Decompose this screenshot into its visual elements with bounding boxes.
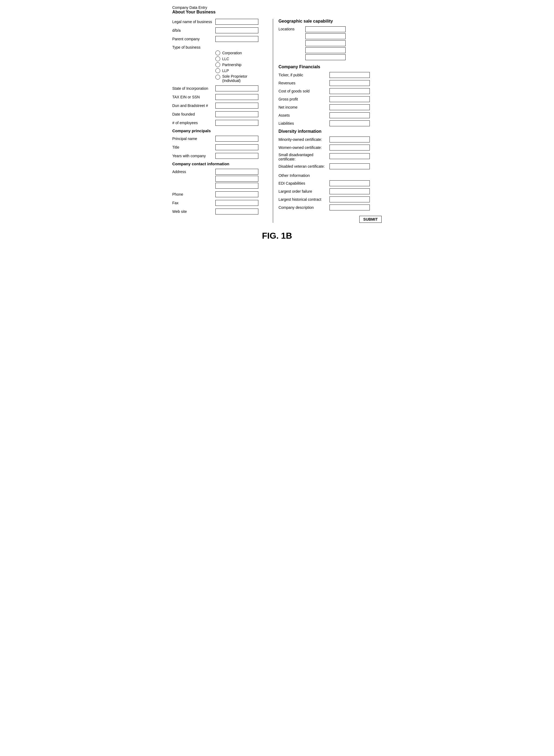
tax-ein-input[interactable] bbox=[215, 94, 258, 100]
llc-radio-label: LLC bbox=[222, 57, 229, 61]
location-input-4[interactable] bbox=[305, 47, 346, 53]
company-contact-heading: Company contact information bbox=[172, 161, 270, 166]
type-of-business-row: Type of business bbox=[172, 45, 270, 49]
principal-name-row: Principal name bbox=[172, 136, 270, 142]
edi-input[interactable] bbox=[330, 180, 370, 186]
ticker-row: Ticker, if public bbox=[278, 72, 382, 78]
liabilities-input[interactable] bbox=[330, 120, 370, 126]
main-content: Legal name of business d/b/a Parent comp… bbox=[172, 19, 382, 223]
locations-label: Locations bbox=[278, 26, 305, 60]
address-line-1-input[interactable] bbox=[215, 169, 258, 175]
num-employees-input[interactable] bbox=[215, 120, 258, 126]
address-line-3-input[interactable] bbox=[215, 183, 258, 189]
liabilities-row: Liabilities bbox=[278, 120, 382, 126]
right-column: Geographic sale capability Locations Com… bbox=[273, 19, 382, 223]
liabilities-label: Liabilities bbox=[278, 121, 330, 125]
llp-radio-label: LLP bbox=[222, 68, 229, 73]
principal-name-label: Principal name bbox=[172, 137, 215, 141]
women-owned-row: Women-owned certificate: bbox=[278, 145, 382, 151]
years-with-company-input[interactable] bbox=[215, 153, 258, 159]
locations-grid: Locations bbox=[278, 26, 382, 60]
llc-radio-circle bbox=[215, 56, 220, 61]
location-input-5[interactable] bbox=[305, 54, 346, 60]
radio-llc[interactable]: LLC bbox=[215, 56, 270, 61]
minority-owned-row: Minority-owned certificate: bbox=[278, 137, 382, 142]
legal-name-row: Legal name of business bbox=[172, 19, 270, 25]
revenues-row: Revenues bbox=[278, 80, 382, 86]
women-owned-input[interactable] bbox=[330, 145, 370, 151]
financials-heading: Company Financials bbox=[278, 64, 382, 69]
location-input-2[interactable] bbox=[305, 33, 346, 39]
num-employees-row: # of employees bbox=[172, 120, 270, 126]
tax-ein-row: TAX EIN or SSN bbox=[172, 94, 270, 100]
fax-input[interactable] bbox=[215, 200, 258, 206]
locations-inputs bbox=[305, 26, 346, 60]
sole-proprietor-radio-label: Sole Proprietor(Individual) bbox=[222, 74, 247, 83]
website-input[interactable] bbox=[215, 209, 258, 214]
title-input[interactable] bbox=[215, 144, 258, 150]
years-with-company-label: Years with company bbox=[172, 154, 215, 158]
net-income-row: Net income bbox=[278, 104, 382, 110]
company-description-input[interactable] bbox=[330, 205, 370, 210]
radio-corporation[interactable]: Corporation bbox=[215, 51, 270, 55]
address-label: Address bbox=[172, 169, 215, 174]
dun-bradstreet-input[interactable] bbox=[215, 103, 258, 109]
partnership-radio-circle bbox=[215, 62, 220, 67]
dun-bradstreet-label: Dun and Bradstreet # bbox=[172, 103, 215, 108]
cost-of-goods-input[interactable] bbox=[330, 88, 370, 94]
largest-historical-contract-input[interactable] bbox=[330, 196, 370, 202]
disabled-veteran-input[interactable] bbox=[330, 163, 370, 169]
gross-profit-label: Gross profit bbox=[278, 97, 330, 101]
dba-label: d/b/a bbox=[172, 28, 215, 33]
radio-partnership[interactable]: Partnership bbox=[215, 62, 270, 67]
date-founded-input[interactable] bbox=[215, 111, 258, 117]
gross-profit-input[interactable] bbox=[330, 96, 370, 102]
small-disadvantaged-input[interactable] bbox=[330, 153, 370, 159]
assets-input[interactable] bbox=[330, 112, 370, 118]
state-incorporation-label: State of Incorporation bbox=[172, 86, 215, 91]
address-row-1: Address bbox=[172, 169, 270, 175]
address-row-2 bbox=[172, 176, 270, 182]
title-label: Title bbox=[172, 145, 215, 149]
edi-label: EDI Capabilities bbox=[278, 181, 330, 186]
revenues-label: Revenues bbox=[278, 81, 330, 85]
parent-company-input[interactable] bbox=[215, 36, 258, 42]
state-incorporation-input[interactable] bbox=[215, 86, 258, 91]
net-income-input[interactable] bbox=[330, 104, 370, 110]
company-principals-heading: Company principals bbox=[172, 129, 270, 133]
small-disadvantaged-row: Small disadvantagedcertificate: bbox=[278, 153, 382, 161]
ticker-input[interactable] bbox=[330, 72, 370, 78]
largest-order-failure-row: Largest order failure bbox=[278, 188, 382, 194]
type-of-business-label: Type of business bbox=[172, 45, 215, 49]
sole-proprietor-radio-circle bbox=[215, 75, 220, 80]
parent-company-label: Parent company bbox=[172, 37, 215, 41]
largest-order-failure-input[interactable] bbox=[330, 188, 370, 194]
fax-label: Fax bbox=[172, 201, 215, 205]
left-column: Legal name of business d/b/a Parent comp… bbox=[172, 19, 273, 223]
radio-llp[interactable]: LLP bbox=[215, 68, 270, 73]
years-with-company-row: Years with company bbox=[172, 153, 270, 159]
submit-button[interactable]: SUBMIT bbox=[359, 216, 382, 223]
radio-sole-proprietor[interactable]: Sole Proprietor(Individual) bbox=[215, 74, 270, 83]
net-income-label: Net income bbox=[278, 105, 330, 109]
phone-input[interactable] bbox=[215, 191, 258, 197]
state-incorporation-row: State of Incorporation bbox=[172, 86, 270, 91]
cost-of-goods-row: Cost of goods sold bbox=[278, 88, 382, 94]
figure-caption: FIG. 1B bbox=[172, 231, 382, 241]
title-row: Title bbox=[172, 144, 270, 150]
location-input-3[interactable] bbox=[305, 40, 346, 46]
address-row-3 bbox=[172, 183, 270, 189]
revenues-input[interactable] bbox=[330, 80, 370, 86]
women-owned-label: Women-owned certificate: bbox=[278, 145, 330, 150]
principal-name-input[interactable] bbox=[215, 136, 258, 142]
edi-row: EDI Capabilities bbox=[278, 180, 382, 186]
minority-owned-input[interactable] bbox=[330, 137, 370, 142]
minority-owned-label: Minority-owned certificate: bbox=[278, 137, 330, 142]
address-line-2-input[interactable] bbox=[215, 176, 258, 182]
dba-input[interactable] bbox=[215, 28, 258, 33]
company-description-row: Company description bbox=[278, 205, 382, 210]
submit-row: SUBMIT bbox=[278, 216, 382, 223]
location-input-1[interactable] bbox=[305, 26, 346, 32]
legal-name-input[interactable] bbox=[215, 19, 258, 25]
fax-row: Fax bbox=[172, 200, 270, 206]
